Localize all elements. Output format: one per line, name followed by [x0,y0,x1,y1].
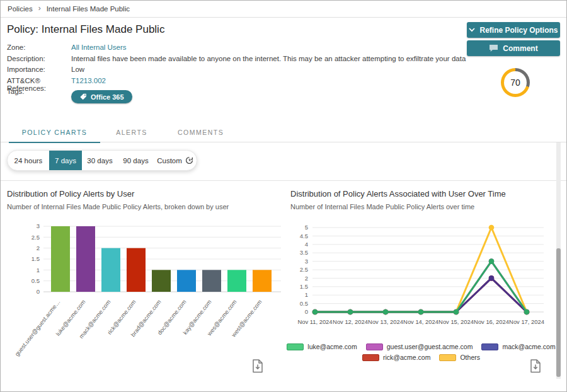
x-tick-label: Nov 13, 2024 [368,318,403,325]
field-row: Zone:All Internal Users [7,43,467,52]
y-tick-label: 1 [305,291,308,298]
refine-button-label: Refine Policy Options [479,26,558,35]
y-tick-label: 1.5 [300,283,308,290]
breadcrumb-policies[interactable]: Policies [8,5,33,13]
x-tick-label: Nov 15, 2024 [438,318,474,325]
y-tick-label: 1.5 [32,255,40,262]
legend-item-Others[interactable]: Others [439,354,480,361]
chevron-right-icon: › [38,4,41,13]
y-tick-label: 3 [305,258,308,265]
legend-row: rick@acme.comOthers [362,354,480,361]
field-label: Zone: [7,43,71,52]
bar-west@acme.com[interactable] [253,270,272,292]
tab-policy-charts[interactable]: POLICY CHARTS [9,124,100,142]
legend-label: guest.user@guest.acme.com [387,343,473,350]
y-tick-label: 4 [305,241,308,248]
field-value-link[interactable]: All Internal Users [71,43,127,52]
range-label: 24 hours [14,157,43,164]
range-7-days[interactable]: 7 days [49,151,82,170]
legend-swatch [439,354,456,361]
export-line-chart-icon[interactable] [530,359,541,373]
bar-chart-title: Distribution of Policy Alerts by User [7,189,134,199]
history-icon [185,156,193,164]
legend-swatch [287,343,304,350]
legend-swatch [481,343,498,350]
y-tick-label: 0.5 [32,277,40,284]
bar-luke@acme.com[interactable] [76,226,95,292]
chevron-down-icon [469,28,475,32]
line-chart-title: Distribution of Policy Alerts Associated… [290,189,506,199]
x-tick-label: guest.user@guest.acme… [14,299,62,357]
field-label: Description: [7,55,71,63]
y-tick-label: 0 [37,288,40,295]
legend-item-luke@acme.com[interactable]: luke@acme.com [287,343,357,350]
line-chart: 00.511.522.533.544.55Nov 11, 2024Nov 12,… [284,218,567,333]
refine-policy-options-button[interactable]: Refine Policy Options [467,22,560,38]
legend-item-rick@acme.com[interactable]: rick@acme.com [362,354,430,361]
bar-wes@acme.com[interactable] [227,270,246,292]
tags-row: Tags: [7,88,71,96]
comment-icon [489,44,498,52]
bar-kay@acme.com[interactable] [202,270,221,292]
range-label: 90 days [123,157,148,164]
bar-mack@acme.com[interactable] [101,248,120,292]
comment-button-label: Comment [503,44,537,53]
legend-label: luke@acme.com [307,343,357,350]
legend-item-mack@acme.com[interactable]: mack@acme.com [481,343,555,350]
x-tick-label: Nov 11, 2024 [297,318,332,325]
y-tick-label: 2.5 [300,266,308,273]
bar-guest.user@guest.acme…[interactable] [51,226,70,292]
tab-alerts[interactable]: ALERTS [114,124,149,142]
range-24-hours[interactable]: 24 hours [8,151,49,170]
range-label: Custom [157,157,182,164]
x-tick-label: Nov 16, 2024 [474,318,509,325]
page-title: Policy: Internal Files Made Public [7,23,164,36]
range-label: 30 days [87,157,112,164]
field-value: Low [71,66,84,74]
range-90-days[interactable]: 90 days [118,151,154,170]
y-tick-label: 0 [305,308,308,315]
bar-doc@acme.com[interactable] [177,270,196,292]
legend-label: mack@acme.com [502,343,555,350]
bar-rick@acme.com[interactable] [127,248,146,292]
y-tick-label: 4.5 [300,233,308,239]
x-tick-label: Nov 12, 2024 [333,318,368,325]
point-luke@acme.com[interactable] [312,309,318,315]
point-Others[interactable] [489,225,495,231]
range-label: 7 days [55,157,76,164]
y-tick-label: 2.5 [32,234,40,241]
y-tick-label: 3.5 [300,249,308,256]
tag-office-365[interactable]: Office 365 [71,90,132,103]
comment-button[interactable]: Comment [467,40,560,56]
bar-chart: 00.511.522.53guest.user@guest.acme…luke@… [1,218,284,367]
range-30-days[interactable]: 30 days [82,151,118,170]
field-row: Description:Internal files have been mad… [7,55,467,63]
time-range-selector: 24 hours7 days30 days90 daysCustom [7,150,197,171]
legend-row: luke@acme.comguest.user@guest.acme.comma… [287,343,555,350]
policy-score-value: 70 [504,71,527,94]
point-luke@acme.com[interactable] [489,258,495,264]
legend-swatch [362,354,379,361]
divider [1,180,566,181]
legend-swatch [366,343,383,350]
point-luke@acme.com[interactable] [454,309,459,315]
point-luke@acme.com[interactable] [348,309,353,315]
line-chart-subtitle: Number of Internal Files Made Public Pol… [290,203,474,210]
field-value: Internal files have been made available … [71,55,466,63]
tab-comments[interactable]: COMMENTS [178,124,222,142]
legend-label: Others [460,354,480,361]
field-row: Importance:Low [7,66,467,74]
y-tick-label: 2 [305,275,308,282]
point-luke@acme.com[interactable] [418,309,424,315]
export-bar-chart-icon[interactable] [252,359,263,373]
point-mack@acme.com[interactable] [489,275,495,281]
y-tick-label: 2 [37,245,40,251]
policy-score-donut: 70 [501,68,530,97]
legend-item-guest.user@guest.acme.com[interactable]: guest.user@guest.acme.com [366,343,473,350]
legend-label: rick@acme.com [383,354,430,361]
point-luke@acme.com[interactable] [524,309,530,315]
point-luke@acme.com[interactable] [383,309,389,315]
bar-brad@acme.com[interactable] [152,270,171,292]
range-custom[interactable]: Custom [154,151,197,170]
scrollbar-thumb[interactable] [556,248,561,377]
